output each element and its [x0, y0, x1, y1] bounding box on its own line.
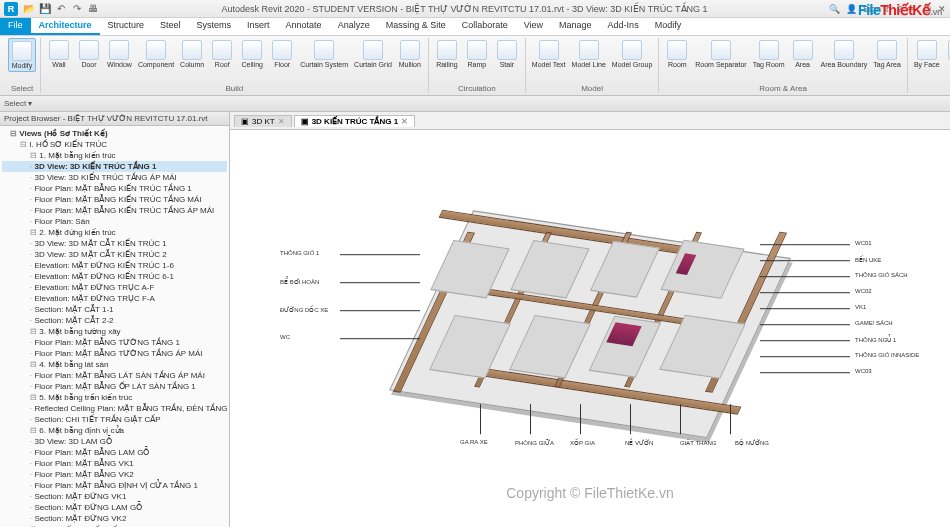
view-tab[interactable]: ▣ 3D KT ✕: [234, 115, 292, 127]
ribbon-button-ceiling[interactable]: Ceiling: [238, 38, 266, 70]
select-subbar[interactable]: Select ▾: [0, 96, 950, 112]
ribbon-button-room-separator[interactable]: Room Separator: [693, 38, 748, 70]
annotation-label: GIẬT THANG: [680, 439, 716, 446]
qat-undo-icon[interactable]: ↶: [54, 2, 68, 16]
ribbon-button-model-text[interactable]: Model Text: [530, 38, 568, 70]
ribbon-tab-insert[interactable]: Insert: [239, 18, 278, 35]
ribbon-button-door[interactable]: Door: [75, 38, 103, 70]
tree-node[interactable]: Section: MẶT CẮT 2-2: [2, 315, 227, 326]
qat-save-icon[interactable]: 💾: [38, 2, 52, 16]
ribbon-button-curtain-grid[interactable]: Curtain Grid: [352, 38, 394, 70]
tree-node[interactable]: 4. Mặt bằng lát sàn: [2, 359, 227, 370]
tree-node[interactable]: Floor Plan: MẶT BẰNG KIẾN TRÚC TẦNG 1: [2, 183, 227, 194]
tree-node[interactable]: 3D View: 3D MẶT CẮT KIẾN TRÚC 1: [2, 238, 227, 249]
tree-node[interactable]: 3. Mặt bằng tường xây: [2, 326, 227, 337]
tree-node[interactable]: Views (Hồ Sơ Thiết Kế): [2, 128, 227, 139]
tree-node[interactable]: Section: MẶT ĐỨNG VK2: [2, 513, 227, 524]
ribbon-button-wall[interactable]: Wall: [45, 38, 73, 70]
ribbon-button-mullion[interactable]: Mullion: [396, 38, 424, 70]
panel-room-area: RoomRoom SeparatorTag RoomAreaArea Bound…: [659, 38, 908, 93]
ribbon-tab-architecture[interactable]: Architecture: [31, 18, 100, 35]
annotation-label: WC03: [855, 368, 872, 374]
ribbon-tab-structure[interactable]: Structure: [100, 18, 153, 35]
tree-node[interactable]: Elevation: MẶT ĐỨNG KIẾN TRÚC 6-1: [2, 271, 227, 282]
qat-redo-icon[interactable]: ↷: [70, 2, 84, 16]
tree-node[interactable]: Reflected Ceiling Plan: MẶT BẰNG TRẦN, Đ…: [2, 403, 227, 414]
tree-node[interactable]: Floor Plan: MẶT BẰNG LAM GỖ: [2, 447, 227, 458]
tree-node[interactable]: 3D View: 3D LAM GỖ: [2, 436, 227, 447]
ribbon-button-area[interactable]: Area: [789, 38, 817, 70]
tree-node[interactable]: 5. Mặt bằng trần kiến trúc: [2, 392, 227, 403]
model-group-icon: [622, 40, 642, 60]
ribbon-tab-add-ins[interactable]: Add-Ins: [600, 18, 647, 35]
ribbon-tab-massing-site[interactable]: Massing & Site: [378, 18, 454, 35]
ribbon-button-ramp[interactable]: Ramp: [463, 38, 491, 70]
ribbon-button-tag-area[interactable]: Tag Area: [871, 38, 903, 70]
ribbon-button-roof[interactable]: Roof: [208, 38, 236, 70]
tree-node[interactable]: Elevation: MẶT ĐỨNG TRỤC A-F: [2, 282, 227, 293]
tree-node[interactable]: Section: MẶT ĐỨNG VK1: [2, 491, 227, 502]
tree-node[interactable]: Floor Plan: Sân: [2, 216, 227, 227]
ribbon-button-model-line[interactable]: Model Line: [570, 38, 608, 70]
ribbon-button-by-face[interactable]: By Face: [912, 38, 942, 70]
ribbon-button-shaft[interactable]: Shaft: [944, 38, 950, 70]
tree-node[interactable]: 3D View: 3D KIẾN TRÚC TẦNG 1: [2, 161, 227, 172]
tree-node[interactable]: 3D View: 3D KIẾN TRÚC TẦNG ÁP MÁI: [2, 172, 227, 183]
ribbon-button-room[interactable]: Room: [663, 38, 691, 70]
ribbon-button-window[interactable]: Window: [105, 38, 134, 70]
annotation-label: VK1: [855, 304, 866, 310]
ribbon-tab-analyze[interactable]: Analyze: [330, 18, 378, 35]
ribbon-button-label: Tag Area: [873, 61, 901, 68]
component-icon: [146, 40, 166, 60]
ribbon-button-floor[interactable]: Floor: [268, 38, 296, 70]
ribbon-button-tag-room[interactable]: Tag Room: [751, 38, 787, 70]
tree-node[interactable]: Floor Plan: MẶT BẰNG ỐP LÁT SÀN TẦNG 1: [2, 381, 227, 392]
ribbon-tab-view[interactable]: View: [516, 18, 551, 35]
tree-node[interactable]: Section: MẶT ĐỨNG LAM GỖ: [2, 502, 227, 513]
ribbon-tab-systems[interactable]: Systems: [189, 18, 240, 35]
tree-node[interactable]: Elevation: MẶT ĐỨNG KIẾN TRÚC 1-6: [2, 260, 227, 271]
tree-node[interactable]: Floor Plan: MẶT BẰNG TƯỜNG TẦNG ÁP MÁI: [2, 348, 227, 359]
ribbon-button-curtain-system[interactable]: Curtain System: [298, 38, 350, 70]
tree-node[interactable]: 3D View: 3D MẶT CẮT KIẾN TRÚC 2: [2, 249, 227, 260]
tree-node[interactable]: 1. Mặt bằng kiến trúc: [2, 150, 227, 161]
view-tab[interactable]: ▣ 3D KIẾN TRÚC TẦNG 1 ✕: [294, 115, 415, 127]
tree-node[interactable]: Floor Plan: MẶT BẰNG ĐỊNH VỊ CỬA TẦNG 1: [2, 480, 227, 491]
ribbon-tab-file[interactable]: File: [0, 18, 31, 35]
ribbon-button-component[interactable]: Component: [136, 38, 176, 70]
qat-open-icon[interactable]: 📂: [22, 2, 36, 16]
tree-node[interactable]: 6. Mặt bằng định vị cửa: [2, 425, 227, 436]
ribbon-button-label: Curtain Grid: [354, 61, 392, 68]
tree-node[interactable]: Floor Plan: MẶT BẰNG VK1: [2, 458, 227, 469]
ribbon-button-area-boundary[interactable]: Area Boundary: [819, 38, 870, 70]
ribbon-button-modify[interactable]: Modify: [8, 38, 36, 72]
ribbon-tab-steel[interactable]: Steel: [152, 18, 189, 35]
tree-node[interactable]: Section: CHI TIẾT TRẦN GIẬT CẤP: [2, 414, 227, 425]
tree-node[interactable]: Floor Plan: MẶT BẰNG KIẾN TRÚC TẦNG MÁI: [2, 194, 227, 205]
qat-print-icon[interactable]: 🖶: [86, 2, 100, 16]
ribbon-tab-manage[interactable]: Manage: [551, 18, 600, 35]
close-tab-icon[interactable]: ✕: [278, 117, 285, 126]
tree-node[interactable]: Section: MẶT CẮT 1-1: [2, 304, 227, 315]
stair-icon: [497, 40, 517, 60]
ribbon-button-column[interactable]: Column: [178, 38, 206, 70]
ribbon-tab-modify[interactable]: Modify: [647, 18, 690, 35]
ribbon-button-label: Floor: [274, 61, 290, 68]
user-icon[interactable]: 👤: [846, 4, 857, 14]
close-tab-icon[interactable]: ✕: [401, 117, 408, 126]
tree-node[interactable]: Floor Plan: MẶT BẰNG TƯỜNG TẦNG 1: [2, 337, 227, 348]
view-3d[interactable]: THÔNG GIÓ 1BỂ BƠI HOÀNĐƯỜNG DỐC XEWC WC0…: [230, 130, 950, 527]
ribbon-tab-collaborate[interactable]: Collaborate: [454, 18, 516, 35]
search-icon[interactable]: 🔍: [829, 4, 840, 14]
ribbon-button-stair[interactable]: Stair: [493, 38, 521, 70]
tree-node[interactable]: Floor Plan: MẶT BẰNG KIẾN TRÚC TẦNG ÁP M…: [2, 205, 227, 216]
ribbon-button-railing[interactable]: Railing: [433, 38, 461, 70]
tree-node[interactable]: Elevation: MẶT ĐỨNG TRỤC F-A: [2, 293, 227, 304]
tree-node[interactable]: I. HỒ SƠ KIẾN TRÚC: [2, 139, 227, 150]
ribbon-button-label: Room: [668, 61, 687, 68]
tree-node[interactable]: Floor Plan: MẶT BẰNG VK2: [2, 469, 227, 480]
ribbon-button-model-group[interactable]: Model Group: [610, 38, 654, 70]
tree-node[interactable]: Floor Plan: MẶT BẰNG LÁT SÀN TẦNG ÁP MÁI: [2, 370, 227, 381]
tree-node[interactable]: 2. Mặt đứng kiến trúc: [2, 227, 227, 238]
ribbon-tab-annotate[interactable]: Annotate: [278, 18, 330, 35]
